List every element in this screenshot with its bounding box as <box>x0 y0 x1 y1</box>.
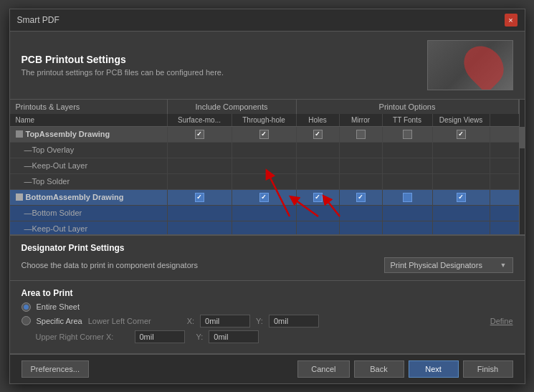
row-name: BottomAssembly Drawing <box>10 190 168 205</box>
specific-area-radio[interactable] <box>22 316 31 325</box>
dropdown-arrow-icon: ▼ <box>500 262 507 269</box>
through-hole-cell[interactable] <box>232 127 297 142</box>
designator-title: Designator Print Settings <box>22 243 513 253</box>
group-header-options: Printout Options <box>297 100 519 114</box>
ttfonts-checkbox[interactable] <box>403 130 412 139</box>
specific-area-label: Specific Area <box>37 317 82 325</box>
specific-area-row: Specific Area Lower Left Corner X: Y: De… <box>22 315 513 328</box>
surface-mo-checkbox[interactable] <box>195 193 204 202</box>
through-hole-checkbox[interactable] <box>259 193 269 202</box>
mirror-cell[interactable] <box>340 190 383 205</box>
ttfonts-cell[interactable] <box>383 127 433 142</box>
row-label: BottomAssembly Drawing <box>26 193 124 201</box>
table-row[interactable]: —Top Solder <box>10 174 519 190</box>
close-button[interactable]: × <box>505 14 518 27</box>
upper-right-row: Upper Right Corner X: Y: <box>36 330 513 343</box>
designator-section: Designator Print Settings Choose the dat… <box>10 236 525 281</box>
entire-sheet-radio[interactable] <box>22 302 31 312</box>
back-button[interactable]: Back <box>354 360 404 378</box>
title-bar: Smart PDF × <box>10 9 525 32</box>
col-design-views: Design Views <box>433 114 490 126</box>
entire-sheet-row: Entire Sheet <box>22 302 513 312</box>
design-views-checkbox[interactable] <box>457 193 466 202</box>
upper-right-y-input[interactable] <box>209 330 259 343</box>
row-name: —Bottom Solder <box>10 206 168 221</box>
bottom-bar: Preferences... Cancel Back Next Finish <box>10 354 525 383</box>
row-name: TopAssembly Drawing <box>10 127 168 142</box>
row-label: TopAssembly Drawing <box>26 130 110 138</box>
upper-right-label: Upper Right Corner X: <box>36 333 129 341</box>
ttfonts-cell[interactable] <box>383 190 433 205</box>
table-row[interactable]: —Top Overlay <box>10 143 519 158</box>
table-body-container: TopAssembly Drawing —Top Overlay <box>10 127 525 234</box>
table-body: TopAssembly Drawing —Top Overlay <box>10 127 519 234</box>
group-header-printouts: Printouts & Layers <box>10 100 168 114</box>
lower-left-y-input[interactable] <box>269 315 319 328</box>
table-group-headers: Printouts & Layers Include Components Pr… <box>10 100 525 114</box>
col-holes: Holes <box>297 114 340 126</box>
finish-button[interactable]: Finish <box>463 360 513 378</box>
holes-cell[interactable] <box>297 127 340 142</box>
header-text: PCB Printout Settings The printout setti… <box>22 54 224 77</box>
next-button[interactable]: Next <box>409 360 459 378</box>
mirror-checkbox[interactable] <box>356 130 366 139</box>
lower-left-x-label: X: <box>187 317 194 325</box>
upper-right-x-input[interactable] <box>135 330 185 343</box>
design-views-checkbox[interactable] <box>457 130 466 139</box>
through-hole-cell[interactable] <box>232 190 297 205</box>
area-to-print-section: Area to Print Entire Sheet Specific Area… <box>10 281 525 354</box>
ttfonts-checkbox[interactable] <box>403 193 412 202</box>
col-through: Through-hole <box>232 114 297 126</box>
table-row[interactable]: —Bottom Solder <box>10 206 519 221</box>
table-sub-headers: Name Surface-mo... Through-hole Holes Mi… <box>10 114 525 127</box>
page-title: PCB Printout Settings <box>22 54 224 65</box>
page-description: The printout settings for PCB files can … <box>22 68 224 77</box>
nav-buttons: Cancel Back Next Finish <box>297 360 512 378</box>
entire-sheet-label: Entire Sheet <box>37 302 80 311</box>
row-name: —Keep-Out Layer <box>10 221 168 234</box>
table-row[interactable]: BottomAssembly Drawing <box>10 190 519 206</box>
table-section: Printouts & Layers Include Components Pr… <box>10 100 525 236</box>
surface-mo-cell[interactable] <box>168 127 232 142</box>
holes-checkbox[interactable] <box>313 130 323 139</box>
header-section: PCB Printout Settings The printout setti… <box>10 32 525 100</box>
dropdown-value: Print Physical Designators <box>391 261 482 269</box>
col-name: Name <box>10 114 168 126</box>
mirror-cell[interactable] <box>340 127 383 142</box>
area-title: Area to Print <box>22 288 513 298</box>
designator-label: Choose the data to print in component de… <box>22 261 376 269</box>
define-button[interactable]: Define <box>490 317 513 325</box>
surface-mo-cell[interactable] <box>168 190 232 205</box>
dialog-title: Smart PDF <box>17 15 59 25</box>
row-name: —Top Solder <box>10 174 168 189</box>
table-row[interactable]: TopAssembly Drawing <box>10 127 519 143</box>
lower-left-x-input[interactable] <box>200 315 250 328</box>
holes-cell[interactable] <box>297 190 340 205</box>
holes-checkbox[interactable] <box>313 193 323 202</box>
designator-row: Choose the data to print in component de… <box>22 257 513 273</box>
table-scrollbar[interactable] <box>519 127 525 234</box>
header-image <box>427 40 513 90</box>
design-views-cell[interactable] <box>433 127 490 142</box>
row-icon <box>16 130 23 138</box>
designator-dropdown[interactable]: Print Physical Designators ▼ <box>384 257 513 273</box>
row-name: —Keep-Out Layer <box>10 158 168 173</box>
col-surface: Surface-mo... <box>168 114 232 126</box>
through-hole-checkbox[interactable] <box>259 130 269 139</box>
design-views-cell[interactable] <box>433 190 490 205</box>
surface-mo-checkbox[interactable] <box>195 130 204 139</box>
row-name: —Top Overlay <box>10 143 168 158</box>
preferences-button[interactable]: Preferences... <box>22 360 89 378</box>
table-row[interactable]: —Keep-Out Layer <box>10 158 519 174</box>
mirror-checkbox[interactable] <box>356 193 366 202</box>
smart-pdf-dialog: Smart PDF × PCB Printout Settings The pr… <box>9 9 525 384</box>
lower-left-y-label: Y: <box>256 317 263 325</box>
col-ttfonts: TT Fonts <box>383 114 433 126</box>
cancel-button[interactable]: Cancel <box>297 360 349 378</box>
group-header-components: Include Components <box>168 100 297 114</box>
lower-left-label: Lower Left Corner <box>88 317 181 325</box>
col-mirror: Mirror <box>340 114 383 126</box>
table-row[interactable]: —Keep-Out Layer <box>10 221 519 234</box>
upper-right-y-label: Y: <box>196 333 204 341</box>
row-icon <box>16 193 23 201</box>
